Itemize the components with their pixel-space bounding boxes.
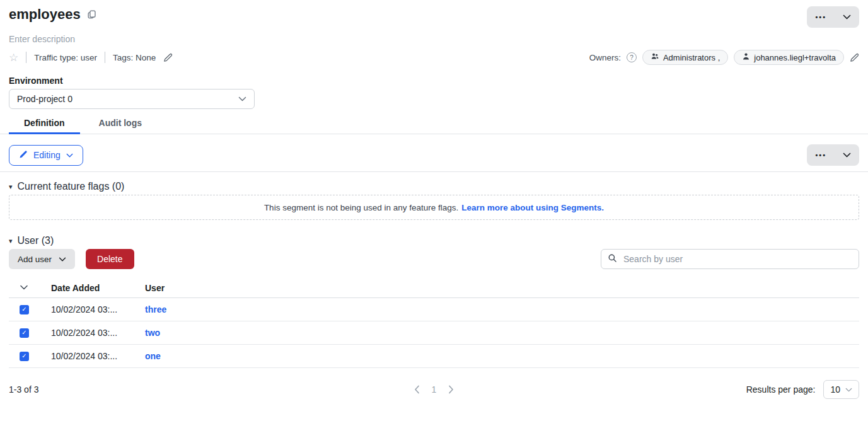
select-all-dropdown[interactable]	[20, 285, 28, 291]
caret-down-icon: ▾	[9, 238, 13, 245]
table-header-row: Date Added User	[9, 278, 859, 298]
header-overflow-button[interactable]: •••	[807, 6, 835, 28]
user-link[interactable]: two	[145, 328, 160, 338]
column-header-user[interactable]: User	[145, 283, 859, 293]
chevron-down-icon	[843, 151, 851, 160]
help-icon[interactable]: ?	[627, 52, 637, 62]
description-field[interactable]: Enter description	[9, 34, 859, 44]
chevron-down-icon	[845, 384, 852, 395]
tab-definition[interactable]: Definition	[9, 118, 80, 134]
header-dropdown-button[interactable]	[835, 6, 859, 28]
row-checkbox[interactable]: ✓	[20, 328, 29, 338]
segment-page: employees ••• Enter description ☆ Traffi…	[0, 0, 868, 400]
divider	[26, 52, 26, 63]
edit-owners-pencil-icon[interactable]	[850, 53, 859, 62]
results-range: 1-3 of 3	[9, 384, 414, 395]
search-icon	[608, 253, 617, 265]
definition-toolbar: Editing •••	[9, 144, 859, 166]
search-input[interactable]	[622, 253, 852, 265]
divider	[0, 171, 868, 172]
title-wrap: employees	[9, 6, 96, 23]
ellipsis-icon: •••	[815, 151, 826, 159]
toolbar-dropdown-button[interactable]	[835, 144, 859, 166]
feature-flags-section-toggle[interactable]: ▾ Current feature flags (0)	[9, 181, 859, 192]
toolbar-overflow-button[interactable]: •••	[807, 144, 835, 166]
editing-label: Editing	[33, 150, 61, 160]
results-per-page-value: 10	[830, 384, 840, 395]
owner-pill-label: Administrators ,	[663, 53, 720, 62]
traffic-type-label: Traffic type: user	[34, 53, 97, 62]
page-header: employees •••	[9, 6, 859, 29]
results-per-page-select[interactable]: 10	[823, 380, 859, 399]
tab-audit-logs[interactable]: Audit logs	[84, 118, 157, 134]
table-row: ✓ 10/02/2024 03:... two	[9, 321, 859, 345]
delete-button[interactable]: Delete	[86, 249, 134, 269]
chevron-down-icon	[843, 13, 851, 22]
group-icon	[651, 52, 659, 62]
add-user-button[interactable]: Add user	[9, 249, 75, 269]
table-row: ✓ 10/02/2024 03:... three	[9, 298, 859, 321]
feature-flags-section-title: Current feature flags (0)	[18, 181, 125, 192]
table-footer: 1-3 of 3 1 Results per page: 10	[9, 379, 859, 400]
users-table: Date Added User ✓ 10/02/2024 03:... thre…	[9, 278, 859, 368]
row-date: 10/02/2024 03:...	[51, 328, 145, 338]
user-controls-row: Add user Delete	[9, 249, 859, 269]
user-section-title: User (3)	[18, 235, 54, 246]
owner-pill-user[interactable]: johannes.liegl+travolta	[734, 50, 844, 65]
owners-row: Owners: ? Administrators , johannes.lieg…	[589, 50, 859, 65]
user-link[interactable]: one	[145, 351, 161, 361]
owner-pill-label: johannes.liegl+travolta	[754, 53, 836, 62]
person-icon	[742, 52, 750, 62]
chevron-down-icon	[238, 94, 246, 104]
caret-down-icon: ▾	[9, 183, 13, 190]
results-per-page: Results per page: 10	[454, 380, 859, 399]
page-title: employees	[9, 6, 81, 23]
results-per-page-label: Results per page:	[746, 384, 816, 395]
pagination-page-number[interactable]: 1	[432, 384, 437, 395]
pagination-next-button[interactable]	[448, 385, 454, 394]
add-user-label: Add user	[18, 255, 52, 264]
row-date: 10/02/2024 03:...	[51, 351, 145, 361]
pagination-prev-button[interactable]	[414, 385, 420, 394]
environment-selected-value: Prod-project 0	[17, 94, 72, 104]
pencil-icon	[19, 150, 28, 161]
chevron-down-icon	[59, 255, 66, 264]
ellipsis-icon: •••	[815, 13, 826, 21]
search-box	[601, 249, 859, 269]
column-header-date[interactable]: Date Added	[51, 283, 145, 293]
header-actions-group: •••	[807, 6, 859, 28]
row-checkbox[interactable]: ✓	[20, 352, 29, 361]
user-section-toggle[interactable]: ▾ User (3)	[9, 235, 859, 246]
editing-button[interactable]: Editing	[9, 145, 83, 166]
owners-label: Owners:	[589, 53, 621, 62]
edit-tags-pencil-icon[interactable]	[163, 53, 173, 62]
meta-left: ☆ Traffic type: user Tags: None	[9, 52, 173, 63]
owner-pill-administrators[interactable]: Administrators ,	[642, 50, 728, 65]
environment-label: Environment	[9, 76, 859, 86]
user-link[interactable]: three	[145, 304, 166, 314]
row-date: 10/02/2024 03:...	[51, 304, 145, 314]
empty-feature-flags-box: This segment is not being used in any fe…	[9, 195, 859, 220]
copy-icon[interactable]	[87, 9, 96, 20]
star-icon[interactable]: ☆	[9, 52, 18, 63]
divider	[105, 52, 105, 63]
environment-select[interactable]: Prod-project 0	[9, 89, 255, 109]
learn-more-link[interactable]: Learn more about using Segments.	[461, 203, 604, 212]
chevron-down-icon	[66, 150, 73, 160]
tab-bar: Definition Audit logs	[0, 118, 868, 134]
table-row: ✓ 10/02/2024 03:... one	[9, 345, 859, 368]
meta-row: ☆ Traffic type: user Tags: None Owners: …	[9, 50, 859, 64]
tags-label: Tags: None	[113, 53, 156, 62]
row-checkbox[interactable]: ✓	[20, 305, 29, 314]
pagination: 1	[414, 384, 454, 395]
empty-message: This segment is not being used in any fe…	[264, 203, 458, 212]
toolbar-actions-group: •••	[807, 144, 859, 166]
